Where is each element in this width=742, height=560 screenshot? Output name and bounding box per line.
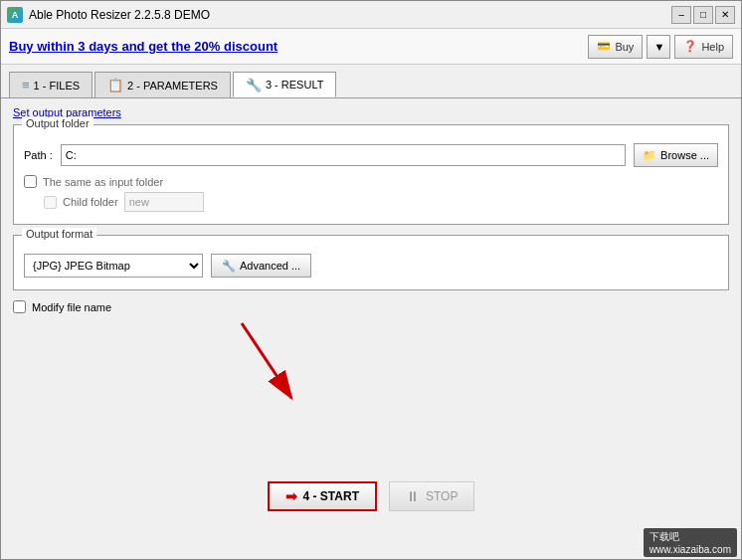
params-tab-icon: 📋 [107, 78, 123, 93]
watermark-url: www.xiazaiba.com [649, 544, 731, 555]
help-icon: ❓ [683, 40, 697, 53]
output-format-group: Output format {JPG} JPEG Bitmap {BMP} Bi… [13, 235, 729, 290]
promo-link[interactable]: Buy within 3 days and get the 20% discou… [9, 39, 278, 54]
advanced-icon: 🔧 [222, 260, 236, 273]
same-as-input-row: The same as input folder [24, 175, 718, 188]
path-row: Path : 📁 Browse ... [24, 143, 718, 167]
start-button[interactable]: ➡ 4 - START [268, 481, 377, 511]
arrow-svg [212, 313, 331, 413]
format-row: {JPG} JPEG Bitmap {BMP} Bitmap {PNG} PNG… [24, 254, 718, 278]
output-folder-title: Output folder [22, 117, 93, 129]
child-folder-row: Child folder [44, 192, 718, 212]
maximize-button[interactable]: □ [693, 6, 713, 24]
path-label: Path : [24, 149, 53, 161]
advanced-label: Advanced ... [240, 260, 300, 272]
title-bar-left: A Able Photo Resizer 2.2.5.8 DEMO [7, 7, 210, 23]
child-folder-input[interactable] [124, 192, 204, 212]
files-tab-label: 1 - FILES [34, 80, 80, 92]
params-tab-label: 2 - PARAMETERS [127, 80, 218, 92]
dropdown-arrow-icon: ▼ [653, 41, 664, 53]
child-folder-label: Child folder [63, 196, 118, 208]
set-output-link[interactable]: Set output parameters [13, 106, 729, 118]
arrow-area [13, 313, 729, 413]
title-bar-controls: – □ ✕ [671, 6, 735, 24]
same-as-input-checkbox[interactable] [24, 175, 37, 188]
output-folder-group: Output folder Path : 📁 Browse ... The sa… [13, 124, 729, 225]
close-button[interactable]: ✕ [715, 6, 735, 24]
start-label: 4 - START [303, 489, 359, 503]
help-label: Help [701, 41, 724, 53]
stop-button: ⏸ STOP [389, 481, 474, 511]
start-icon: ➡ [285, 488, 297, 504]
dropdown-button[interactable]: ▼ [647, 35, 670, 59]
modify-filename-checkbox[interactable] [13, 300, 26, 313]
buy-icon: 💳 [597, 40, 611, 53]
header-buttons: 💳 Buy ▼ ❓ Help [588, 35, 733, 59]
tab-parameters[interactable]: 📋 2 - PARAMETERS [94, 72, 231, 97]
browse-label: Browse ... [660, 149, 709, 161]
path-input[interactable] [61, 144, 626, 166]
watermark-text: 下载吧 [649, 531, 679, 542]
tab-files[interactable]: ≡ 1 - FILES [9, 72, 93, 97]
tabs-bar: ≡ 1 - FILES 📋 2 - PARAMETERS 🔧 3 - RESUL… [1, 65, 741, 98]
browse-button[interactable]: 📁 Browse ... [634, 143, 718, 167]
folder-icon: 📁 [643, 149, 656, 162]
buy-button[interactable]: 💳 Buy [588, 35, 643, 59]
advanced-button[interactable]: 🔧 Advanced ... [211, 254, 311, 278]
files-tab-icon: ≡ [22, 78, 30, 93]
result-tab-icon: 🔧 [246, 78, 262, 93]
minimize-button[interactable]: – [671, 6, 691, 24]
modify-filename-row: Modify file name [13, 300, 729, 313]
title-bar: A Able Photo Resizer 2.2.5.8 DEMO – □ ✕ [1, 1, 741, 29]
stop-icon: ⏸ [406, 488, 420, 504]
output-format-title: Output format [22, 228, 96, 240]
same-as-input-label: The same as input folder [43, 176, 163, 188]
app-icon: A [7, 7, 23, 23]
bottom-bar: ➡ 4 - START ⏸ STOP [1, 473, 741, 519]
app-window: A Able Photo Resizer 2.2.5.8 DEMO – □ ✕ … [0, 0, 742, 560]
buy-label: Buy [615, 41, 634, 53]
watermark: 下载吧 www.xiazaiba.com [644, 528, 737, 557]
stop-label: STOP [426, 489, 458, 503]
modify-filename-label: Modify file name [32, 301, 111, 313]
child-folder-checkbox[interactable] [44, 196, 57, 209]
help-button[interactable]: ❓ Help [674, 35, 733, 59]
app-title: Able Photo Resizer 2.2.5.8 DEMO [29, 8, 210, 22]
header-bar: Buy within 3 days and get the 20% discou… [1, 29, 741, 65]
result-tab-label: 3 - RESULT [266, 79, 323, 91]
format-select[interactable]: {JPG} JPEG Bitmap {BMP} Bitmap {PNG} PNG… [24, 254, 203, 278]
svg-line-1 [242, 323, 291, 398]
tab-result[interactable]: 🔧 3 - RESULT [233, 72, 336, 97]
